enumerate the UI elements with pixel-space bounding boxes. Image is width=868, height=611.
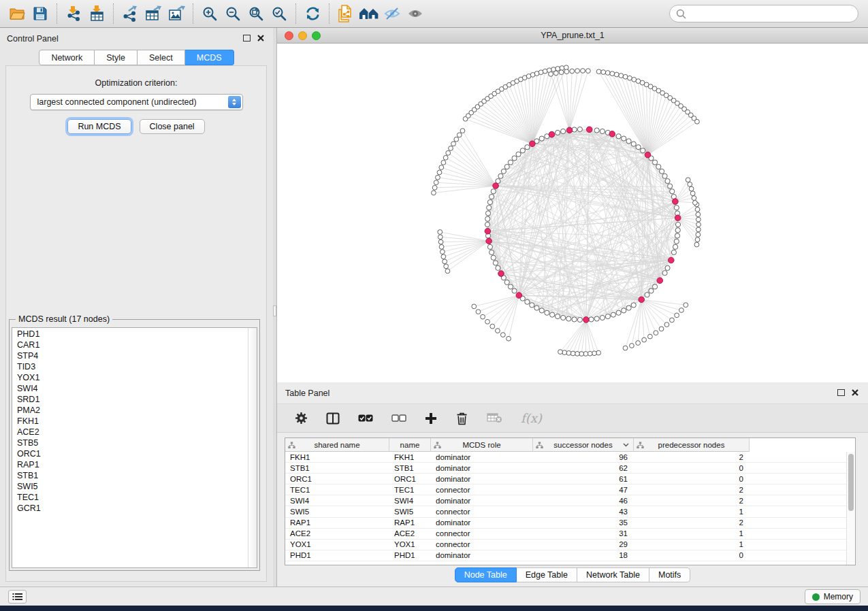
cell-shared_name[interactable]: ORC1 xyxy=(285,474,389,484)
tab-mcds[interactable]: MCDS xyxy=(185,50,234,65)
dominator-node[interactable] xyxy=(498,271,504,277)
tab-network[interactable]: Network xyxy=(39,50,95,65)
cell-name[interactable]: RAP1 xyxy=(389,517,431,528)
leaf-node[interactable] xyxy=(444,264,449,269)
export-table-icon[interactable] xyxy=(142,3,165,24)
leaf-node[interactable] xyxy=(692,196,696,201)
cell-mcds_role[interactable]: connector xyxy=(431,528,533,539)
zoom-selected-icon[interactable] xyxy=(268,3,291,24)
ring-node[interactable] xyxy=(600,315,605,320)
ring-node[interactable] xyxy=(516,152,521,156)
leaf-node[interactable] xyxy=(605,71,610,76)
ring-node[interactable] xyxy=(656,164,661,169)
tab-style[interactable]: Style xyxy=(95,50,138,65)
column-header-shared-name[interactable]: shared name xyxy=(285,438,389,452)
leaf-node[interactable] xyxy=(446,150,451,155)
import-table-icon[interactable] xyxy=(85,3,108,24)
optimization-criterion-select[interactable]: largest connected component (undirected) xyxy=(30,94,243,110)
memory-button[interactable]: Memory xyxy=(805,589,861,604)
leaf-node[interactable] xyxy=(441,254,446,259)
leaf-node[interactable] xyxy=(688,182,692,186)
ring-node[interactable] xyxy=(670,189,675,194)
leaf-node[interactable] xyxy=(623,346,628,350)
dominator-node[interactable] xyxy=(586,127,592,133)
leaf-node[interactable] xyxy=(670,318,675,323)
close-panel-button[interactable]: Close panel xyxy=(140,119,205,134)
column-header-predecessor-nodes[interactable]: predecessor nodes xyxy=(634,438,750,452)
ring-node[interactable] xyxy=(665,265,670,270)
cell-name[interactable]: SWI5 xyxy=(389,506,431,517)
table-row[interactable]: RAP1RAP1dominator352 xyxy=(285,518,846,529)
leaf-node[interactable] xyxy=(675,313,679,318)
leaf-node[interactable] xyxy=(570,69,575,73)
cell-predecessor_nodes[interactable]: 1 xyxy=(634,528,750,539)
delete-column-icon[interactable] xyxy=(455,412,468,425)
cell-shared_name[interactable]: ACE2 xyxy=(285,528,389,539)
mcds-result-item[interactable]: CAR1 xyxy=(12,340,247,350)
ring-node[interactable] xyxy=(539,136,544,141)
leaf-node[interactable] xyxy=(496,329,500,333)
leaf-node[interactable] xyxy=(642,337,647,342)
ring-node[interactable] xyxy=(555,314,560,318)
show-panels-list-button[interactable] xyxy=(8,590,27,604)
leaf-node[interactable] xyxy=(439,165,444,170)
new-network-from-selection-icon[interactable] xyxy=(334,3,357,24)
leaf-node[interactable] xyxy=(566,350,571,355)
ring-node[interactable] xyxy=(512,156,517,161)
cell-mcds_role[interactable]: connector xyxy=(431,539,533,550)
ring-node[interactable] xyxy=(545,310,549,315)
mcds-result-item[interactable]: SWI4 xyxy=(12,383,247,394)
ring-node[interactable] xyxy=(508,284,513,289)
cell-predecessor_nodes[interactable]: 2 xyxy=(634,517,750,528)
node-table-scrollbar[interactable] xyxy=(846,452,855,565)
mcds-result-item[interactable]: STB5 xyxy=(12,437,247,448)
ring-node[interactable] xyxy=(641,148,645,153)
ring-node[interactable] xyxy=(631,142,636,146)
ring-node[interactable] xyxy=(649,288,654,293)
leaf-node[interactable] xyxy=(693,201,698,205)
leaf-node[interactable] xyxy=(443,259,447,264)
float-table-panel-icon[interactable] xyxy=(837,389,845,396)
cell-name[interactable]: ACE2 xyxy=(389,528,431,539)
cell-name[interactable]: SWI4 xyxy=(389,495,431,506)
leaf-node[interactable] xyxy=(628,76,632,80)
ring-node[interactable] xyxy=(671,250,676,254)
leaf-node[interactable] xyxy=(445,269,450,274)
ring-node[interactable] xyxy=(605,314,610,318)
dominator-node[interactable] xyxy=(657,278,663,284)
cell-name[interactable]: TEC1 xyxy=(389,484,431,495)
leaf-node[interactable] xyxy=(558,350,563,354)
ring-node[interactable] xyxy=(674,205,679,210)
ring-node[interactable] xyxy=(645,293,649,297)
ring-node[interactable] xyxy=(594,316,599,321)
leaf-node[interactable] xyxy=(679,308,684,313)
leaf-node[interactable] xyxy=(690,191,695,196)
leaf-node[interactable] xyxy=(431,191,436,195)
dominator-node[interactable] xyxy=(566,127,573,133)
ring-node[interactable] xyxy=(589,317,594,322)
cell-predecessor_nodes[interactable]: 2 xyxy=(634,484,750,495)
mcds-result-item[interactable]: TEC1 xyxy=(12,492,247,503)
ring-node[interactable] xyxy=(487,244,492,249)
mcds-result-item[interactable]: STB1 xyxy=(12,470,247,481)
ring-node[interactable] xyxy=(520,148,525,153)
leaf-node[interactable] xyxy=(654,331,658,335)
leaf-node[interactable] xyxy=(570,351,575,356)
run-mcds-button[interactable]: Run MCDS xyxy=(67,119,131,134)
scrollbar-thumb[interactable] xyxy=(848,454,854,511)
leaf-node[interactable] xyxy=(564,69,569,74)
ring-node[interactable] xyxy=(485,222,489,227)
cell-name[interactable]: FKH1 xyxy=(389,452,431,463)
tab-motifs[interactable]: Motifs xyxy=(649,567,690,582)
leaf-node[interactable] xyxy=(694,242,699,247)
leaf-node[interactable] xyxy=(579,352,584,357)
leaf-node[interactable] xyxy=(588,351,592,356)
cell-successor_nodes[interactable]: 43 xyxy=(533,506,634,517)
ring-node[interactable] xyxy=(491,189,496,194)
ring-node[interactable] xyxy=(572,317,577,322)
ring-node[interactable] xyxy=(577,127,582,131)
open-session-icon[interactable] xyxy=(5,3,29,24)
cell-mcds_role[interactable]: dominator xyxy=(431,463,533,474)
cell-name[interactable]: YOX1 xyxy=(389,539,431,550)
dominator-node[interactable] xyxy=(673,199,679,205)
